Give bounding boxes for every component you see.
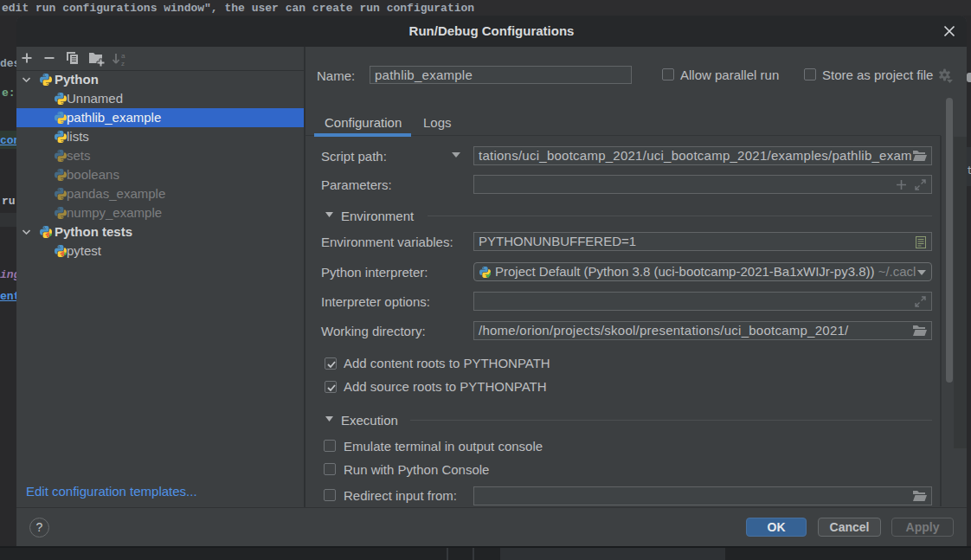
svg-text:a: a [121,52,125,60]
svg-text:z: z [121,60,125,68]
